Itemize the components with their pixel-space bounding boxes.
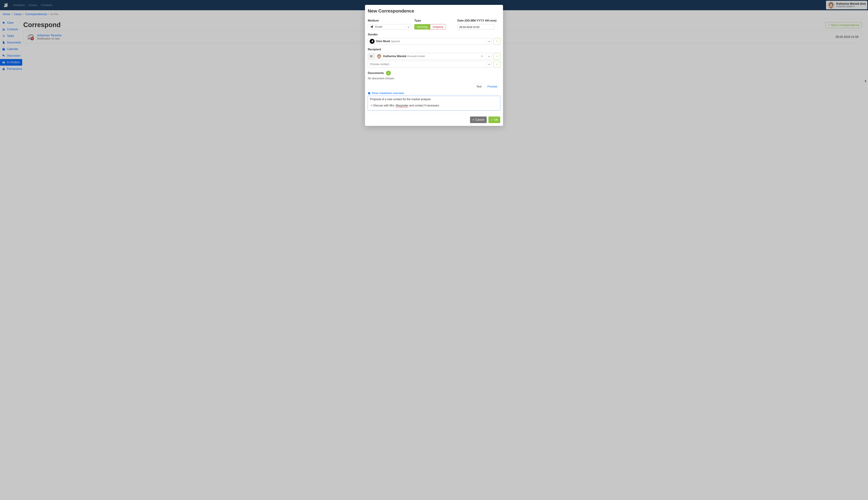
sender-row: Elon Musk SpaceX xyxy=(368,38,500,45)
avatar xyxy=(377,54,381,59)
recipient-name: Katharina Waniek xyxy=(383,55,407,58)
drag-handle[interactable] xyxy=(368,53,375,59)
medium-select[interactable]: Email xyxy=(368,24,411,30)
bars-icon xyxy=(370,55,373,57)
svg-point-4 xyxy=(378,55,380,57)
modal-body: Medium Email Type Incoming Outgoing Date… xyxy=(365,15,503,72)
label-type: Type xyxy=(414,19,454,22)
choose-placeholder: Choose contact... xyxy=(370,63,391,66)
sender-select[interactable]: Elon Musk SpaceX xyxy=(368,38,492,45)
plus-icon xyxy=(496,40,498,43)
remove-recipient[interactable]: ✕ xyxy=(479,54,484,58)
date-input[interactable] xyxy=(457,24,494,30)
type-toggle: Incoming Outgoing xyxy=(414,24,446,30)
sender-org: SpaceX xyxy=(391,40,400,43)
rocket-icon xyxy=(370,39,375,44)
chevron-down-icon xyxy=(486,40,490,43)
choose-contact-row: Choose contact... xyxy=(368,61,500,68)
type-outgoing[interactable]: Outgoing xyxy=(430,24,446,30)
chevron-down-icon xyxy=(406,25,409,29)
label-date: Date (DD.MM.YYYY HH:mm) xyxy=(457,19,500,22)
add-document-button[interactable] xyxy=(386,71,391,72)
recipient-select[interactable]: Katharina Waniek Pertuniti GmbH ✕ xyxy=(375,53,492,59)
label-medium: Medium xyxy=(368,19,411,22)
chevron-down-icon xyxy=(486,63,490,66)
add-contact-button[interactable] xyxy=(494,61,500,68)
modal-header: New Correspondence xyxy=(365,5,503,15)
recipient-row: Katharina Waniek Pertuniti GmbH ✕ xyxy=(368,53,500,59)
medium-value: Email xyxy=(375,25,382,29)
choose-contact-select[interactable]: Choose contact... xyxy=(368,61,492,68)
paper-plane-icon xyxy=(370,25,374,29)
sender-name: Elon Musk xyxy=(376,40,390,43)
chevron-down-icon xyxy=(486,55,490,58)
add-recipient-button[interactable] xyxy=(494,53,500,59)
recipient-org: Pertuniti GmbH xyxy=(407,55,425,58)
modal-title: New Correspondence xyxy=(368,8,500,14)
label-sender: Sender xyxy=(368,33,500,36)
plus-icon xyxy=(496,63,498,66)
type-incoming[interactable]: Incoming xyxy=(414,24,430,30)
plus-icon xyxy=(496,55,498,57)
label-documents: Documents xyxy=(368,71,384,72)
top-row: Medium Email Type Incoming Outgoing Date… xyxy=(368,19,500,30)
label-recipient: Recipient xyxy=(368,48,500,51)
add-sender-button[interactable] xyxy=(494,38,500,45)
new-correspondence-modal: New Correspondence Medium Email Type Inc… xyxy=(365,5,503,72)
documents-header: Documents xyxy=(368,71,500,72)
